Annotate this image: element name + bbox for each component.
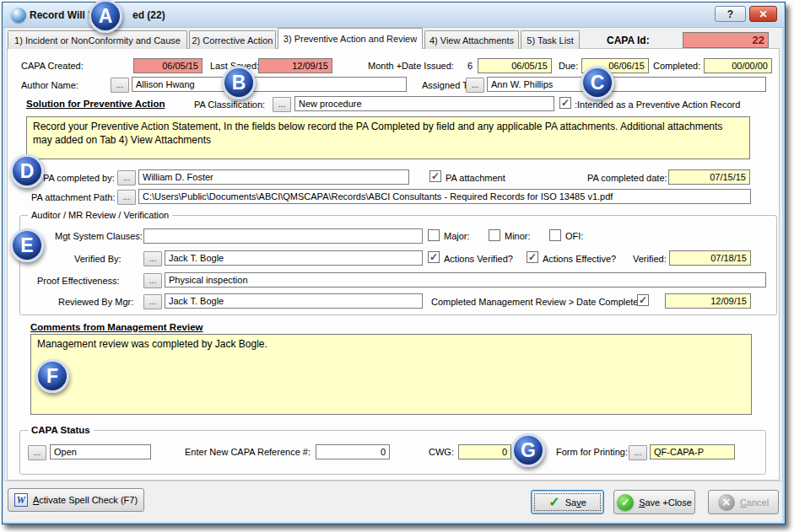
capa-created-value: 06/05/15: [162, 61, 198, 71]
window-title-suffix: ed (22): [132, 9, 165, 21]
help-button[interactable]: ?: [715, 6, 746, 22]
new-capa-ref-value: 0: [381, 447, 386, 457]
intended-pa-label: :Intended as a Preventive Action Record: [575, 99, 740, 110]
mgmt-review-completed-checkbox[interactable]: ✓: [637, 294, 649, 306]
ellipsis-icon: ...: [149, 254, 156, 263]
major-checkbox[interactable]: [428, 229, 440, 241]
close-button[interactable]: ✕: [749, 6, 777, 22]
ofi-checkbox[interactable]: [549, 229, 561, 241]
new-capa-ref-input[interactable]: 0: [316, 444, 390, 459]
author-name-label: Author Name:: [21, 80, 78, 90]
x-icon: ✕: [722, 497, 731, 508]
capa-id-label: CAPA Id:: [607, 35, 650, 46]
pa-attachment-path-input[interactable]: C:\Users\Public\Documents\ABCI\QMSCAPA\R…: [138, 189, 751, 204]
pa-completed-by-lookup-button[interactable]: ...: [117, 170, 136, 185]
comments-heading: Comments from Management Review: [30, 322, 203, 332]
capa-id-field[interactable]: 22: [683, 32, 769, 48]
reviewed-by-mgr-input[interactable]: Jack T. Bogle: [165, 293, 423, 309]
major-label: Major:: [444, 231, 470, 241]
form-for-printing-lookup-button[interactable]: ...: [629, 445, 647, 460]
cwg-label: CWG:: [429, 447, 454, 457]
mgmt-review-date-value: 12/09/15: [710, 296, 747, 306]
proof-effectiveness-value: Physical inspection: [169, 275, 248, 285]
verified-by-input[interactable]: Jack T. Bogle: [165, 250, 423, 266]
completed-value: 00/00/00: [732, 61, 768, 71]
callout-d: D: [10, 154, 44, 188]
mgt-system-clauses-input[interactable]: [143, 228, 423, 244]
verified-date-field[interactable]: 07/18/15: [669, 250, 751, 266]
callout-letter: A: [99, 5, 113, 28]
checkmark-icon: ✓: [528, 253, 537, 261]
proof-effectiveness-label: Proof Effectiveness:: [37, 276, 120, 286]
comments-textarea[interactable]: Management review was completed by Jack …: [30, 334, 752, 415]
new-capa-ref-label: Enter New CAPA Reference #:: [185, 447, 311, 457]
tab-incident-nonconformity[interactable]: 1) Incident or NonConformity and Cause: [8, 30, 187, 49]
capa-record-window: Record Will Be ed (22) ? ✕ 1) Incident o…: [2, 2, 786, 524]
callout-letter: D: [20, 160, 35, 183]
pa-classification-input[interactable]: New procedure: [294, 96, 554, 111]
completed-field[interactable]: 00/00/00: [704, 58, 772, 73]
pa-completed-by-input[interactable]: William D. Foster: [138, 169, 409, 185]
ellipsis-icon: ...: [34, 448, 41, 457]
minor-checkbox[interactable]: [489, 229, 500, 241]
author-lookup-button[interactable]: ...: [111, 78, 129, 93]
cancel-button[interactable]: ✕ Cancel: [708, 490, 779, 514]
pa-classification-label: PA Classification:: [194, 99, 265, 110]
proof-effectiveness-input[interactable]: Physical inspection: [165, 272, 766, 287]
last-saved-field[interactable]: 12/09/15: [258, 58, 332, 73]
word-spellcheck-icon: W: [14, 493, 28, 507]
intended-pa-checkbox[interactable]: ✓: [559, 97, 571, 109]
activate-spell-check-button[interactable]: W Activate Spell Check (F7): [8, 488, 144, 512]
checkmark-icon: ✓: [431, 172, 440, 180]
tab-preventive-action[interactable]: 3) Preventive Action and Review: [278, 28, 423, 49]
capa-created-field[interactable]: 06/05/15: [133, 58, 203, 73]
pa-statement-textarea[interactable]: Record your Preventive Action Statement,…: [26, 116, 750, 159]
pa-statement-text: Record your Preventive Action Statement,…: [33, 121, 722, 146]
date-issued-value: 06/05/15: [511, 61, 548, 71]
due-value: 06/06/15: [608, 61, 645, 71]
pa-completed-by-value: William D. Foster: [143, 172, 213, 182]
verified-by-lookup-button[interactable]: ...: [143, 251, 162, 266]
mgmt-review-date-field[interactable]: 12/09/15: [665, 293, 751, 309]
pa-attachment-path-browse-button[interactable]: ...: [117, 190, 136, 205]
author-name-input[interactable]: Allison Hwang: [132, 77, 407, 92]
capa-status-group-title: CAPA Status: [28, 425, 94, 435]
verified-by-label: Verified By:: [74, 254, 122, 264]
minor-label: Minor:: [505, 231, 531, 241]
tab-task-list[interactable]: 5) Task List: [521, 30, 580, 49]
assigned-to-lookup-button[interactable]: ...: [466, 78, 484, 93]
proof-effectiveness-lookup-button[interactable]: ...: [143, 273, 162, 288]
screenshot-stage: Record Will Be ed (22) ? ✕ 1) Incident o…: [0, 0, 794, 532]
ellipsis-icon: ...: [278, 99, 285, 109]
actions-effective-checkbox[interactable]: ✓: [527, 251, 538, 263]
capa-created-label: CAPA Created:: [21, 61, 84, 71]
reviewed-by-mgr-lookup-button[interactable]: ...: [143, 294, 162, 309]
pa-classification-lookup-button[interactable]: ...: [273, 97, 291, 112]
tab-label: 3) Preventive Action and Review: [284, 34, 417, 44]
callout-letter: B: [232, 72, 246, 94]
pa-attachment-checkbox[interactable]: ✓: [429, 170, 441, 182]
help-icon: ?: [727, 8, 733, 20]
tab-view-attachments[interactable]: 4) View Attachments: [424, 30, 519, 49]
assigned-to-input[interactable]: Ann W. Phillips: [487, 77, 766, 92]
form-for-printing-field[interactable]: QF-CAPA-P: [650, 444, 735, 459]
save-button[interactable]: ✓ Save: [531, 490, 604, 514]
status-lookup-button[interactable]: ...: [28, 445, 46, 460]
save-close-check-icon: ✓: [617, 494, 634, 511]
status-input[interactable]: Open: [50, 444, 151, 459]
pa-completed-date-field[interactable]: 07/15/15: [668, 169, 750, 185]
reviewed-by-mgr-label: Reviewed By Mgr:: [58, 297, 133, 307]
verified-date-value: 07/18/15: [710, 253, 747, 263]
tab-corrective-action[interactable]: 2) Corrective Action: [189, 30, 276, 49]
author-name-value: Allison Hwang: [136, 79, 195, 89]
ellipsis-icon: ...: [149, 297, 156, 306]
callout-a: A: [89, 0, 122, 33]
reviewed-by-mgr-value: Jack T. Bogle: [169, 296, 224, 306]
callout-c: C: [581, 66, 614, 99]
date-issued-field[interactable]: 06/05/15: [478, 58, 552, 73]
cwg-field[interactable]: 0: [458, 444, 511, 459]
actions-verified-checkbox[interactable]: ✓: [428, 251, 440, 263]
actions-verified-label: Actions Verified?: [444, 254, 513, 264]
close-icon: ✕: [759, 8, 767, 20]
save-close-button[interactable]: ✓ Save +Close: [613, 490, 695, 514]
